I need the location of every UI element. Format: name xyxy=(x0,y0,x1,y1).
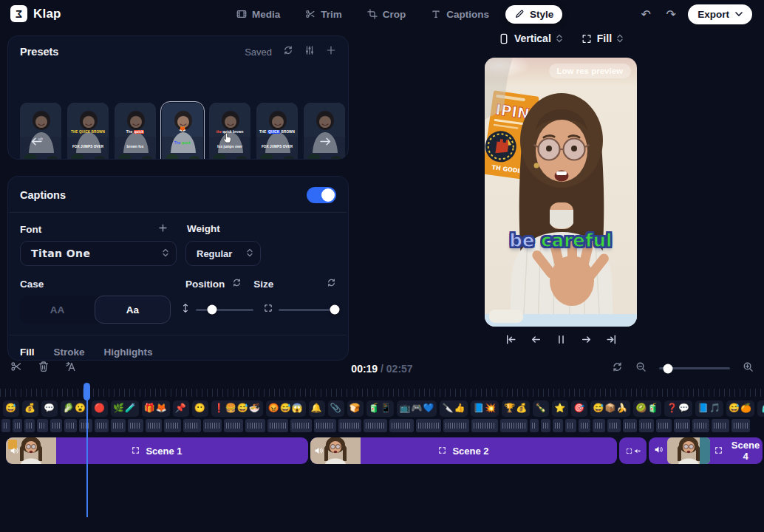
caption-word-chip[interactable] xyxy=(692,419,709,432)
emoji-chip[interactable]: 🔔 xyxy=(309,400,325,417)
speaker-icon[interactable] xyxy=(654,444,664,457)
caption-word-chip[interactable] xyxy=(674,419,690,432)
nav-style[interactable]: Style xyxy=(505,5,562,24)
nav-captions[interactable]: Captions xyxy=(422,5,498,24)
timeline-ruler[interactable] xyxy=(0,389,764,397)
caption-word-chip[interactable] xyxy=(364,419,387,432)
preset-klap-2[interactable]: 🦊The quick Klap 2 xyxy=(162,103,203,159)
preset-settings-icon[interactable] xyxy=(304,45,315,58)
font-select[interactable]: Titan One xyxy=(20,241,177,266)
caption-word-chip[interactable] xyxy=(443,419,469,432)
weight-select[interactable]: Regular xyxy=(185,241,261,266)
scene-block-scene-1[interactable]: Scene 1 xyxy=(6,437,308,464)
emoji-chip[interactable]: 💰 xyxy=(22,400,38,417)
caption-word-chip[interactable] xyxy=(553,419,563,432)
caption-word-chip[interactable] xyxy=(639,419,654,432)
playhead-handle[interactable] xyxy=(83,383,90,400)
caption-word-chip[interactable] xyxy=(541,419,550,432)
emoji-chip[interactable]: 📎 xyxy=(328,400,344,417)
caption-word-chip[interactable] xyxy=(656,419,672,432)
speaker-icon[interactable] xyxy=(10,437,19,464)
caption-word-chip[interactable] xyxy=(64,419,77,432)
preset-classic[interactable]: THE QUICK BROWNFOX JUMPS OVER Classic xyxy=(67,103,109,159)
caption-word-chip[interactable] xyxy=(128,419,143,432)
skip-end-button[interactable] xyxy=(605,333,618,349)
caption-word-chip[interactable] xyxy=(95,419,109,432)
emoji-chip[interactable]: 📌 xyxy=(173,400,189,417)
emoji-chip[interactable]: 😅📦🍌 xyxy=(590,400,630,417)
caption-word-chip[interactable] xyxy=(267,419,288,432)
prev-button[interactable] xyxy=(530,333,542,349)
preset-sara[interactable]: The quickbrown fox Sara xyxy=(115,103,156,159)
caption-word-chip[interactable] xyxy=(623,419,637,432)
caption-word-chip[interactable] xyxy=(183,419,201,432)
caption-word-chip[interactable] xyxy=(416,419,441,432)
emoji-chip[interactable]: 😡😅😱 xyxy=(266,400,306,417)
emoji-chip[interactable]: 🧃📱 xyxy=(366,400,395,417)
caption-word-chip[interactable] xyxy=(731,419,750,432)
nav-media[interactable]: Media xyxy=(228,5,289,24)
size-slider[interactable] xyxy=(279,309,336,311)
undo-icon[interactable]: ↶ xyxy=(638,7,654,21)
caption-word-chip[interactable] xyxy=(389,419,414,432)
caption-word-chip[interactable] xyxy=(565,419,576,432)
emoji-chip[interactable]: 😅🍊 xyxy=(726,400,754,417)
emoji-chip[interactable]: 🧴 xyxy=(757,400,764,417)
timeline-zoom-slider[interactable] xyxy=(659,367,730,369)
scene-block-scene-2[interactable]: Scene 2 xyxy=(310,437,617,464)
emoji-chip[interactable]: 🎁🦊 xyxy=(142,400,170,417)
emoji-chip[interactable]: ⭐ xyxy=(552,400,568,417)
emoji-chip[interactable]: 🍾 xyxy=(533,400,549,417)
scene-block-scene-4[interactable]: Scene 4 xyxy=(649,437,763,464)
caption-word-chip[interactable] xyxy=(712,419,729,432)
caption-word-chip[interactable] xyxy=(13,419,22,432)
emoji-chip[interactable]: 🥝🧃 xyxy=(633,400,661,417)
caption-word-chip[interactable] xyxy=(245,419,265,432)
emoji-chip[interactable]: 🎯 xyxy=(571,400,587,417)
caption-word-chip[interactable] xyxy=(500,419,528,432)
emoji-chip[interactable]: 📘💥 xyxy=(471,400,499,417)
zoom-out-icon[interactable] xyxy=(635,361,647,375)
caption-word-chip[interactable] xyxy=(146,419,162,432)
tab-fill[interactable]: Fill xyxy=(20,347,35,358)
emoji-chip[interactable]: 😶 xyxy=(192,400,208,417)
position-slider[interactable] xyxy=(196,309,253,311)
caption-word-chip[interactable] xyxy=(203,419,222,432)
captions-toggle[interactable] xyxy=(307,187,336,203)
orientation-select[interactable]: Vertical xyxy=(499,33,562,44)
emoji-chip[interactable]: 🌿🧪 xyxy=(111,400,139,417)
emoji-chip[interactable]: 🍞 xyxy=(347,400,364,417)
playhead[interactable] xyxy=(83,383,90,400)
emoji-chip[interactable]: 📺🎮💙 xyxy=(397,400,437,417)
emoji-chip[interactable]: ❗🍔😅🍜 xyxy=(211,400,263,417)
add-preset-icon[interactable] xyxy=(326,45,336,58)
caption-word-chip[interactable] xyxy=(593,419,605,432)
presets-next-button[interactable] xyxy=(319,135,332,151)
zoom-in-icon[interactable] xyxy=(743,361,754,375)
scene-block-mini[interactable] xyxy=(619,437,647,464)
caption-word-chip[interactable] xyxy=(164,419,181,432)
reset-position-icon[interactable] xyxy=(232,278,242,290)
caption-word-chip[interactable] xyxy=(24,419,35,432)
presets-prev-button[interactable] xyxy=(30,135,43,151)
tab-stroke[interactable]: Stroke xyxy=(54,347,85,358)
tab-highlights[interactable]: Highlights xyxy=(104,347,153,358)
caption-overlay[interactable]: be careful xyxy=(485,231,637,251)
caption-word-chip[interactable] xyxy=(50,419,62,432)
speaker-icon[interactable] xyxy=(314,437,324,464)
add-font-icon[interactable] xyxy=(158,223,168,235)
pause-button[interactable] xyxy=(555,333,567,349)
redo-icon[interactable]: ↷ xyxy=(663,7,679,21)
case-option-AA[interactable]: AA xyxy=(20,296,95,324)
next-button[interactable] xyxy=(580,333,593,349)
emoji-chip[interactable]: 💬 xyxy=(41,400,58,417)
fit-select[interactable]: Fill xyxy=(581,33,623,44)
preset-klap-4[interactable]: THE QUICK BROWNFOX JUMPS OVER Klap 4 xyxy=(256,103,298,159)
caption-word-chip[interactable] xyxy=(37,419,48,432)
caption-word-chip[interactable] xyxy=(579,419,590,432)
caption-word-chip[interactable] xyxy=(111,419,126,432)
nav-crop[interactable]: Crop xyxy=(358,5,415,24)
nav-trim[interactable]: Trim xyxy=(296,5,351,24)
reset-size-icon[interactable] xyxy=(327,278,336,290)
skip-start-button[interactable] xyxy=(505,333,517,349)
